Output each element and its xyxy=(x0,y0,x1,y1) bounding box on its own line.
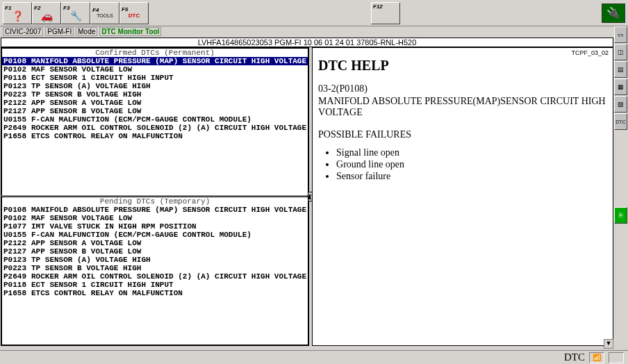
dtc-row[interactable]: U0155F-CAN MALFUNCTION (ECM/PCM-GAUGE CO… xyxy=(2,231,308,239)
f1-help-button[interactable]: F1❓ xyxy=(3,2,32,24)
dtc-lists-column: Confirmed DTCs (Permanent) P0108MANIFOLD… xyxy=(1,47,309,346)
breadcrumb: CIVIC-2007 PGM-FI Mode DTC Monitor Tool xyxy=(0,26,628,37)
pending-header: Pending DTCs (Temporary) xyxy=(2,197,308,206)
side-btn-3[interactable]: ▤ xyxy=(614,61,627,78)
possible-failures-heading: POSSIBLE FAILURES xyxy=(318,129,607,140)
dtc-row[interactable]: P1077IMT VALVE STUCK IN HIGH RPM POSITIO… xyxy=(2,222,308,231)
dtc-row[interactable]: P1658ETCS CONTROL RELAY ON MALFUNCTION xyxy=(2,132,308,140)
exit-icon: ⎘ xyxy=(619,212,622,219)
dtc-row[interactable]: P0118ECT SENSOR 1 CIRCUIT HIGH INPUT xyxy=(2,281,308,289)
dtc-row[interactable]: P0108MANIFOLD ABSOLUTE PRESSURE (MAP) SE… xyxy=(2,57,308,65)
side-btn-5[interactable]: ▧ xyxy=(614,96,627,113)
dtc-row[interactable]: P2122APP SENSOR A VOLTAGE LOW xyxy=(2,239,308,247)
dtc-row[interactable]: P2122APP SENSOR A VOLTAGE LOW xyxy=(2,99,308,107)
dtc-row[interactable]: P0123TP SENSOR (A) VOLTAGE HIGH xyxy=(2,82,308,90)
f5-dtc-button[interactable]: F5DTC xyxy=(119,2,149,24)
dtc-row[interactable]: P0223TP SENSOR B VOLTAGE HIGH xyxy=(2,264,308,272)
scroll-down-button[interactable]: ▼ xyxy=(604,339,613,349)
status-mode-label: DTC xyxy=(564,351,585,363)
dtc-row[interactable]: P2127APP SENSOR B VOLTAGE LOW xyxy=(2,107,308,115)
car-icon: 🚗 xyxy=(41,11,53,21)
side-btn-1[interactable]: ▭ xyxy=(614,26,627,43)
dtc-row[interactable]: P0102MAF SENSOR VOLTAGE LOW xyxy=(2,214,308,222)
dtc-row[interactable]: P0223TP SENSOR B VOLTAGE HIGH xyxy=(2,90,308,99)
side-btn-exit[interactable]: ⎘ xyxy=(614,207,627,224)
dtc-row[interactable]: U0155F-CAN MALFUNCTION (ECM/PCM-GAUGE CO… xyxy=(2,115,308,124)
status-signal-icon: 📶 xyxy=(589,352,604,363)
dtc-row[interactable]: P2127APP SENSOR B VOLTAGE LOW xyxy=(2,247,308,256)
failure-item: Sensor failure xyxy=(336,171,607,182)
confirmed-dtcs-panel: Confirmed DTCs (Permanent) P0108MANIFOLD… xyxy=(1,48,308,195)
f2-vehicle-button[interactable]: F2🚗 xyxy=(32,2,61,24)
status-bar: DTC 📶 xyxy=(0,350,628,364)
crumb-vehicle[interactable]: CIVIC-2007 xyxy=(3,27,43,36)
wrench-icon: 🔧 xyxy=(70,11,82,21)
dtc-help-pane: TCPF_03_02 DTC HELP 03-2(P0108) MANIFOLD… xyxy=(312,47,613,346)
confirmed-header: Confirmed DTCs (Permanent) xyxy=(2,49,308,57)
failure-item: Ground line open xyxy=(336,159,607,170)
dtc-row[interactable]: P0118ECT SENSOR 1 CIRCUIT HIGH INPUT xyxy=(2,74,308,82)
status-cell-2 xyxy=(609,352,624,363)
dtc-row[interactable]: P2649ROCKER ARM OIL CONTROL SOLENOID (2)… xyxy=(2,272,308,281)
connector-status-button[interactable]: 🔌 xyxy=(602,3,625,23)
dtc-row[interactable]: P0108MANIFOLD ABSOLUTE PRESSURE (MAP) SE… xyxy=(2,206,308,214)
crumb-mode[interactable]: Mode xyxy=(76,27,97,36)
help-subcode: 03-2(P0108) xyxy=(318,83,607,94)
crumb-tool[interactable]: DTC Monitor Tool xyxy=(99,27,161,36)
help-icon: ❓ xyxy=(12,11,24,21)
dtc-row[interactable]: P0123TP SENSOR (A) VOLTAGE HIGH xyxy=(2,256,308,264)
f4-tools-button[interactable]: F4TOOLS xyxy=(90,2,119,24)
side-btn-2[interactable]: ◫ xyxy=(614,44,627,60)
right-sidebar: ▭ ◫ ▤ ▦ ▧ DTC ⎘ xyxy=(614,26,628,130)
failure-item: Signal line open xyxy=(336,147,607,158)
possible-failures-list: Signal line openGround line openSensor f… xyxy=(336,147,607,182)
crumb-system[interactable]: PGM-FI xyxy=(45,27,74,36)
help-ref-id: TCPF_03_02 xyxy=(571,49,609,56)
top-toolbar: F1❓ F2🚗 F3🔧 F4TOOLS F5DTC F12 🔌 xyxy=(0,0,628,26)
help-description: MANIFOLD ABSOLUTE PRESSURE(MAP)SENSOR CI… xyxy=(318,96,607,118)
help-title: DTC HELP xyxy=(318,58,607,74)
plug-icon: 🔌 xyxy=(606,6,620,19)
side-btn-4[interactable]: ▦ xyxy=(614,78,627,95)
f3-tool-button[interactable]: F3🔧 xyxy=(61,2,90,24)
pending-dtcs-panel: Pending DTCs (Temporary) P0108MANIFOLD A… xyxy=(1,197,308,345)
vehicle-info-bar: LVHFA164865023053 PGM-FI 10 06 01 24 01 … xyxy=(1,38,613,47)
dtc-row[interactable]: P0102MAF SENSOR VOLTAGE LOW xyxy=(2,65,308,74)
f12-button[interactable]: F12 xyxy=(371,2,400,24)
side-btn-dtc[interactable]: DTC xyxy=(614,113,627,130)
main-area: Confirmed DTCs (Permanent) P0108MANIFOLD… xyxy=(1,47,613,346)
dtc-row[interactable]: P1658ETCS CONTROL RELAY ON MALFUNCTION xyxy=(2,289,308,297)
dtc-row[interactable]: P2649ROCKER ARM OIL CONTROL SOLENOID (2)… xyxy=(2,124,308,132)
